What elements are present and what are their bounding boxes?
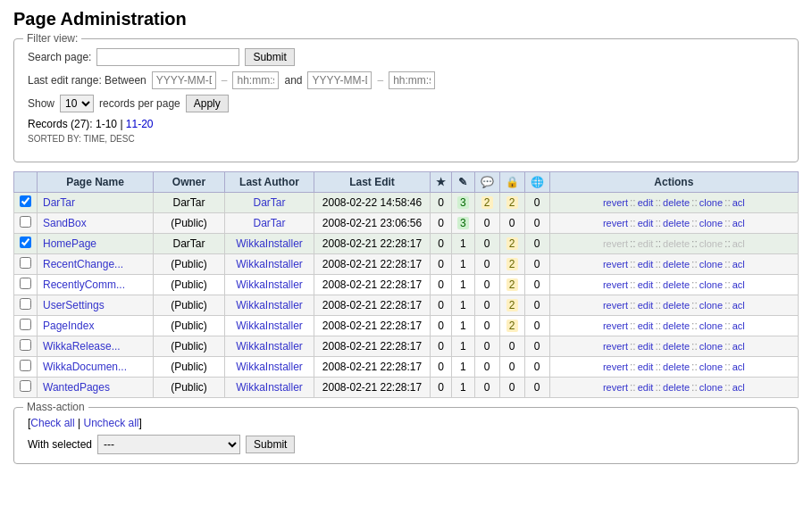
page-name-link[interactable]: WantedPages bbox=[43, 381, 110, 394]
author-link[interactable]: WikkaInstaller bbox=[236, 320, 303, 332]
author-link[interactable]: WikkaInstaller bbox=[236, 340, 303, 353]
action-edit-link[interactable]: edit bbox=[638, 238, 654, 249]
action-revert-link[interactable]: revert bbox=[603, 238, 628, 249]
action-clone-link[interactable]: clone bbox=[699, 320, 723, 331]
action-edit-link[interactable]: edit bbox=[638, 320, 654, 331]
search-submit-button[interactable]: Submit bbox=[245, 48, 294, 66]
check-all-link[interactable]: Check all bbox=[30, 417, 74, 429]
action-clone-link[interactable]: clone bbox=[699, 341, 723, 352]
action-edit-link[interactable]: edit bbox=[638, 218, 654, 228]
action-delete-link[interactable]: delete bbox=[663, 361, 690, 372]
row-checkbox[interactable] bbox=[20, 298, 31, 310]
row-checkbox[interactable] bbox=[20, 257, 31, 269]
action-clone-link[interactable]: clone bbox=[699, 259, 723, 270]
action-edit-link[interactable]: edit bbox=[638, 341, 654, 352]
mass-action-select[interactable]: --- bbox=[97, 435, 240, 454]
action-delete-link[interactable]: delete bbox=[663, 300, 690, 311]
author-link[interactable]: WikkaInstaller bbox=[236, 361, 303, 373]
action-delete-link[interactable]: delete bbox=[663, 238, 690, 249]
action-revert-link[interactable]: revert bbox=[603, 341, 628, 352]
author-link[interactable]: WikkaInstaller bbox=[236, 258, 303, 270]
author-link[interactable]: WikkaInstaller bbox=[236, 381, 303, 394]
page-name-link[interactable]: UserSettings bbox=[43, 299, 105, 311]
action-acl-link[interactable]: acl bbox=[732, 361, 745, 372]
action-acl-link[interactable]: acl bbox=[732, 238, 745, 249]
row-checkbox[interactable] bbox=[20, 216, 31, 228]
action-acl-link[interactable]: acl bbox=[732, 382, 745, 393]
action-delete-link[interactable]: delete bbox=[663, 218, 690, 228]
action-revert-link[interactable]: revert bbox=[603, 320, 628, 331]
action-acl-link[interactable]: acl bbox=[732, 320, 745, 331]
action-delete-link[interactable]: delete bbox=[663, 341, 690, 352]
action-clone-link[interactable]: clone bbox=[699, 279, 723, 290]
action-clone-link[interactable]: clone bbox=[699, 197, 723, 208]
author-link[interactable]: DarTar bbox=[253, 196, 285, 209]
page-name-link[interactable]: PageIndex bbox=[43, 320, 94, 332]
action-revert-link[interactable]: revert bbox=[603, 361, 628, 372]
action-clone-link[interactable]: clone bbox=[699, 218, 723, 228]
action-clone-link[interactable]: clone bbox=[699, 382, 723, 393]
row-checkbox[interactable] bbox=[20, 278, 31, 289]
action-acl-link[interactable]: acl bbox=[732, 218, 745, 228]
col-last-author[interactable]: Last Author bbox=[225, 172, 314, 193]
action-delete-link[interactable]: delete bbox=[663, 320, 690, 331]
action-clone-link[interactable]: clone bbox=[699, 238, 723, 249]
author-link[interactable]: DarTar bbox=[253, 217, 285, 229]
uncheck-all-link[interactable]: Uncheck all bbox=[84, 417, 139, 429]
page-name-link[interactable]: WikkaRelease... bbox=[43, 340, 121, 353]
start-date-input[interactable] bbox=[152, 71, 216, 89]
col-page-name[interactable]: Page Name bbox=[38, 172, 154, 193]
records-per-page-select[interactable]: 10 20 50 bbox=[60, 95, 94, 112]
action-clone-link[interactable]: clone bbox=[699, 361, 723, 372]
end-date-input[interactable] bbox=[307, 71, 372, 89]
action-delete-link[interactable]: delete bbox=[663, 382, 690, 393]
action-revert-link[interactable]: revert bbox=[603, 300, 628, 311]
author-link[interactable]: WikkaInstaller bbox=[236, 278, 303, 291]
action-edit-link[interactable]: edit bbox=[638, 259, 654, 270]
row-checkbox[interactable] bbox=[20, 380, 31, 392]
action-revert-link[interactable]: revert bbox=[603, 259, 628, 270]
action-edit-link[interactable]: edit bbox=[638, 382, 654, 393]
action-edit-link[interactable]: edit bbox=[638, 300, 654, 311]
author-link[interactable]: WikkaInstaller bbox=[236, 237, 303, 250]
page-name-link[interactable]: HomePage bbox=[43, 237, 96, 250]
page-name-link[interactable]: WikkaDocumen... bbox=[43, 361, 127, 373]
action-acl-link[interactable]: acl bbox=[732, 279, 745, 290]
page-name-link[interactable]: RecentChange... bbox=[43, 258, 123, 270]
page-name-link[interactable]: DarTar bbox=[43, 196, 75, 209]
mass-submit-button[interactable]: Submit bbox=[246, 436, 295, 453]
col-owner[interactable]: Owner bbox=[154, 172, 225, 193]
col-last-edit[interactable]: Last Edit bbox=[314, 172, 431, 193]
row-checkbox[interactable] bbox=[20, 319, 31, 330]
row-checkbox[interactable] bbox=[20, 237, 31, 248]
action-delete-link[interactable]: delete bbox=[663, 197, 690, 208]
action-clone-link[interactable]: clone bbox=[699, 300, 723, 311]
end-time-input[interactable] bbox=[389, 71, 435, 89]
row-checkbox[interactable] bbox=[20, 360, 31, 371]
action-delete-link[interactable]: delete bbox=[663, 279, 690, 290]
next-page-link[interactable]: 11-20 bbox=[126, 118, 154, 130]
action-edit-link[interactable]: edit bbox=[638, 361, 654, 372]
action-revert-link[interactable]: revert bbox=[603, 279, 628, 290]
page-name-link[interactable]: RecentlyComm... bbox=[43, 278, 125, 291]
page-name-link[interactable]: SandBox bbox=[43, 217, 87, 229]
action-revert-link[interactable]: revert bbox=[603, 197, 628, 208]
action-delete-link[interactable]: delete bbox=[663, 259, 690, 270]
action-separator: :: bbox=[630, 320, 636, 332]
search-input[interactable] bbox=[96, 48, 239, 66]
action-acl-link[interactable]: acl bbox=[732, 341, 745, 352]
action-acl-link[interactable]: acl bbox=[732, 259, 745, 270]
author-link[interactable]: WikkaInstaller bbox=[236, 299, 303, 311]
stat-cell: 0 bbox=[474, 234, 499, 254]
action-edit-link[interactable]: edit bbox=[638, 197, 654, 208]
action-revert-link[interactable]: revert bbox=[603, 218, 628, 228]
apply-button[interactable]: Apply bbox=[186, 95, 229, 112]
action-acl-link[interactable]: acl bbox=[732, 300, 745, 311]
row-checkbox[interactable] bbox=[20, 339, 31, 351]
action-separator: :: bbox=[691, 381, 698, 394]
action-revert-link[interactable]: revert bbox=[603, 382, 628, 393]
action-edit-link[interactable]: edit bbox=[638, 279, 654, 290]
row-checkbox[interactable] bbox=[20, 195, 31, 207]
start-time-input[interactable] bbox=[232, 71, 279, 89]
action-acl-link[interactable]: acl bbox=[732, 197, 745, 208]
